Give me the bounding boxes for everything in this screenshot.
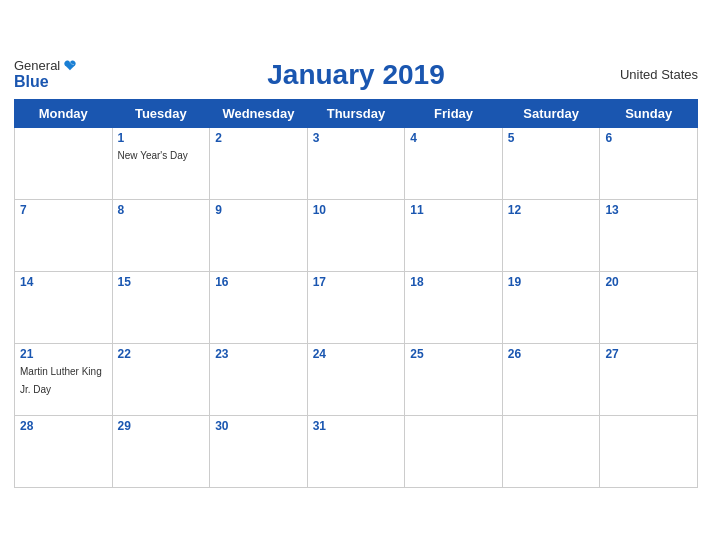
day-number: 19 [508,275,595,289]
calendar-cell: 18 [405,271,503,343]
day-number: 27 [605,347,692,361]
day-number: 14 [20,275,107,289]
day-number: 16 [215,275,302,289]
day-number: 17 [313,275,400,289]
header-friday: Friday [405,99,503,127]
calendar-cell: 30 [210,415,308,487]
calendar-week-row: 28293031 [15,415,698,487]
day-number: 11 [410,203,497,217]
holiday-label: New Year's Day [118,150,188,161]
logo-bird-icon [62,59,78,75]
calendar-cell [405,415,503,487]
day-number: 23 [215,347,302,361]
calendar-cell: 8 [112,199,210,271]
day-number: 15 [118,275,205,289]
day-number: 26 [508,347,595,361]
calendar-table: Monday Tuesday Wednesday Thursday Friday… [14,99,698,488]
day-number: 13 [605,203,692,217]
calendar-cell: 25 [405,343,503,415]
day-number: 22 [118,347,205,361]
day-number: 6 [605,131,692,145]
calendar-cell: 22 [112,343,210,415]
day-number: 20 [605,275,692,289]
header-monday: Monday [15,99,113,127]
header-saturday: Saturday [502,99,600,127]
header-thursday: Thursday [307,99,405,127]
calendar-cell: 3 [307,127,405,199]
calendar-header: General Blue January 2019 United States [14,59,698,91]
day-number: 10 [313,203,400,217]
day-number: 4 [410,131,497,145]
calendar-cell: 6 [600,127,698,199]
header-tuesday: Tuesday [112,99,210,127]
calendar-week-row: 21Martin Luther King Jr. Day222324252627 [15,343,698,415]
calendar-cell: 9 [210,199,308,271]
calendar-cell: 31 [307,415,405,487]
calendar-cell: 15 [112,271,210,343]
calendar-cell: 19 [502,271,600,343]
day-number: 30 [215,419,302,433]
day-number: 18 [410,275,497,289]
calendar-container: General Blue January 2019 United States … [0,49,712,502]
country-label: United States [620,67,698,82]
weekday-header-row: Monday Tuesday Wednesday Thursday Friday… [15,99,698,127]
calendar-cell: 1New Year's Day [112,127,210,199]
day-number: 2 [215,131,302,145]
calendar-cell [502,415,600,487]
day-number: 31 [313,419,400,433]
day-number: 8 [118,203,205,217]
calendar-cell [15,127,113,199]
calendar-cell: 10 [307,199,405,271]
calendar-title: January 2019 [267,59,444,91]
day-number: 1 [118,131,205,145]
holiday-label: Martin Luther King Jr. Day [20,366,102,395]
calendar-cell: 23 [210,343,308,415]
calendar-cell: 13 [600,199,698,271]
calendar-cell: 20 [600,271,698,343]
day-number: 21 [20,347,107,361]
calendar-cell: 11 [405,199,503,271]
logo-area: General Blue [14,59,60,91]
header-wednesday: Wednesday [210,99,308,127]
calendar-cell: 21Martin Luther King Jr. Day [15,343,113,415]
day-number: 9 [215,203,302,217]
calendar-cell: 2 [210,127,308,199]
calendar-cell: 24 [307,343,405,415]
calendar-cell: 29 [112,415,210,487]
day-number: 5 [508,131,595,145]
day-number: 24 [313,347,400,361]
calendar-cell: 28 [15,415,113,487]
calendar-cell: 5 [502,127,600,199]
calendar-cell: 16 [210,271,308,343]
logo-blue: Blue [14,73,49,91]
calendar-cell: 17 [307,271,405,343]
day-number: 29 [118,419,205,433]
day-number: 7 [20,203,107,217]
calendar-cell: 26 [502,343,600,415]
calendar-cell [600,415,698,487]
calendar-cell: 4 [405,127,503,199]
calendar-week-row: 78910111213 [15,199,698,271]
header-sunday: Sunday [600,99,698,127]
calendar-cell: 14 [15,271,113,343]
calendar-cell: 27 [600,343,698,415]
day-number: 28 [20,419,107,433]
day-number: 25 [410,347,497,361]
logo-general: General [14,59,60,73]
calendar-week-row: 1New Year's Day23456 [15,127,698,199]
day-number: 3 [313,131,400,145]
calendar-cell: 12 [502,199,600,271]
calendar-week-row: 14151617181920 [15,271,698,343]
day-number: 12 [508,203,595,217]
calendar-cell: 7 [15,199,113,271]
